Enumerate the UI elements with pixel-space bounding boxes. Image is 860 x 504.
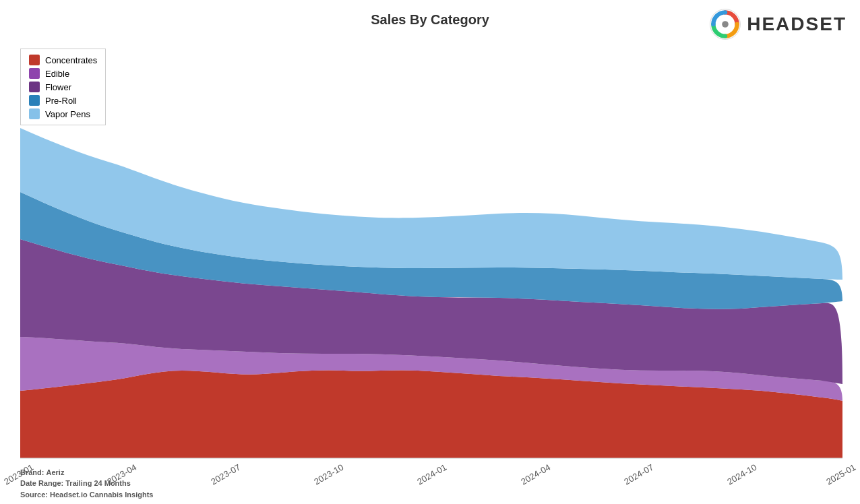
legend-swatch: [29, 108, 40, 119]
legend-swatch: [29, 55, 40, 65]
chart-legend: ConcentratesEdibleFlowerPre-RollVapor Pe…: [20, 49, 106, 125]
svg-text:2025-01: 2025-01: [824, 462, 857, 487]
logo-text: HEADSET: [747, 13, 847, 35]
svg-text:2024-10: 2024-10: [725, 462, 758, 487]
svg-text:2023-07: 2023-07: [209, 462, 242, 487]
legend-item-label: Pre-Roll: [45, 96, 77, 106]
svg-text:2024-01: 2024-01: [415, 462, 448, 487]
brand-value: Aeriz: [47, 468, 65, 476]
legend-item-label: Edible: [45, 69, 69, 79]
svg-text:2023-10: 2023-10: [312, 462, 345, 487]
legend-item-label: Vapor Pens: [45, 109, 90, 119]
source-label: Source:: [20, 491, 48, 499]
source-value: Headset.io Cannabis Insights: [50, 491, 153, 499]
brand-label: Brand:: [20, 468, 44, 476]
legend-item: Edible: [29, 68, 97, 79]
legend-item-label: Flower: [45, 82, 71, 92]
legend-swatch: [29, 95, 40, 106]
headset-logo-icon: [709, 8, 741, 40]
legend-item: Concentrates: [29, 55, 97, 65]
legend-item: Pre-Roll: [29, 95, 97, 106]
legend-item-label: Concentrates: [45, 55, 97, 65]
date-value: Trailing 24 Months: [65, 479, 131, 487]
logo: HEADSET: [709, 8, 847, 40]
chart-container: Sales By Category HEADSET ConcentratesEd…: [0, 0, 860, 504]
date-label: Date Range:: [20, 479, 63, 487]
legend-swatch: [29, 68, 40, 79]
svg-point-2: [722, 21, 729, 28]
legend-item: Flower: [29, 82, 97, 92]
svg-text:2024-07: 2024-07: [622, 462, 655, 487]
svg-text:2024-04: 2024-04: [519, 462, 552, 487]
chart-svg: 2023-01 2023-04 2023-07 2023-10 2024-01 …: [0, 40, 860, 504]
legend-item: Vapor Pens: [29, 108, 97, 119]
chart-footer: Brand: Aeriz Date Range: Trailing 24 Mon…: [20, 467, 153, 501]
legend-swatch: [29, 82, 40, 92]
